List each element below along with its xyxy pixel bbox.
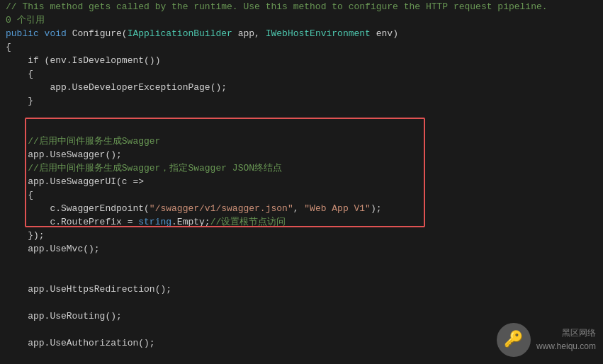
code-line: { — [0, 67, 603, 81]
code-line: //启用中间件服务生成Swagger — [0, 135, 603, 148]
code-token: }); — [6, 230, 45, 241]
code-token: app.UseSwaggerUI(c => — [6, 176, 144, 187]
line-content: 0 个引用 — [6, 13, 603, 27]
code-line: { — [0, 40, 603, 54]
code-token: public — [6, 28, 45, 39]
code-token: if (env.IsDevelopment()) — [6, 55, 160, 66]
code-token: the — [404, 1, 420, 12]
code-token: HTTP request pipeline. — [420, 1, 547, 12]
code-line: app.UseSwagger(); — [0, 148, 603, 161]
code-token: app.UseSwagger(); — [6, 149, 122, 160]
code-line: c.RoutePrefix = string.Empty;//设置根节点访问 — [0, 215, 603, 229]
code-line — [0, 121, 603, 135]
code-line — [0, 256, 603, 269]
code-line: if (env.IsDevelopment()) — [0, 54, 603, 67]
code-token: //启用中间件服务生成Swagger — [6, 136, 160, 147]
code-editor: // This method gets called by the runtim… — [0, 0, 603, 364]
line-content: if (env.IsDevelopment()) — [6, 54, 603, 67]
line-content: app.UseSwaggerUI(c => — [6, 175, 603, 188]
code-token: "Web App V1" — [304, 203, 371, 214]
code-token: //设置根节点访问 — [210, 217, 286, 227]
watermark-site: www.heiqu.com — [536, 340, 596, 353]
code-token: app.UseRouting(); — [6, 311, 122, 322]
code-line: { — [0, 188, 603, 202]
line-content: // This method gets called by the runtim… — [6, 0, 603, 13]
code-line: app.UseHttpsRedirection(); — [0, 283, 603, 296]
line-content: //启用中间件服务生成Swagger，指定Swagger JSON终结点 — [6, 161, 603, 175]
line-content: app.UseDeveloperExceptionPage(); — [6, 81, 603, 94]
code-token: app.UseAuthorization(); — [6, 338, 155, 348]
line-content: app.UseRouting(); — [6, 309, 603, 323]
code-token: //启用中间件服务生成Swagger，指定Swagger JSON终结点 — [6, 163, 282, 174]
code-token: c.SwaggerEndpoint( — [6, 203, 150, 214]
code-token: IWebHostEnvironment — [266, 28, 371, 39]
code-token: "/swagger/v1/swagger.json" — [150, 203, 293, 214]
line-content: public void Configure(IApplicationBuilde… — [6, 27, 603, 40]
code-token: c.RoutePrefix = — [6, 217, 138, 227]
code-line: app.UseRouting(); — [0, 309, 603, 323]
line-content: { — [6, 67, 603, 81]
code-token: ); — [371, 203, 382, 214]
line-content: }); — [6, 229, 603, 242]
code-token: string — [138, 217, 171, 227]
code-line: // This method gets called by the runtim… — [0, 0, 603, 13]
line-content: c.SwaggerEndpoint("/swagger/v1/swagger.j… — [6, 202, 603, 215]
code-token: app.UseMvc(); — [6, 244, 100, 254]
code-token: IApplicationBuilder — [128, 28, 232, 39]
code-line: 0 个引用 — [0, 13, 603, 27]
code-line: //启用中间件服务生成Swagger，指定Swagger JSON终结点 — [0, 161, 603, 175]
code-line: app.UseMvc(); — [0, 242, 603, 256]
line-content: app.UseMvc(); — [6, 242, 603, 256]
code-token: .Empty; — [171, 217, 210, 227]
line-content: app.UseHttpsRedirection(); — [6, 283, 603, 296]
line-content: { — [6, 40, 603, 54]
code-token: } — [6, 96, 33, 106]
code-token: // This method gets called by the runtim… — [6, 1, 404, 12]
code-line: app.UseSwaggerUI(c => — [0, 175, 603, 188]
code-line — [0, 296, 603, 309]
watermark: 🔑 黑区网络 www.heiqu.com — [497, 323, 596, 357]
code-token: env) — [371, 28, 398, 39]
code-token: { — [6, 190, 33, 200]
code-token: 0 个引用 — [6, 15, 45, 25]
code-line: c.SwaggerEndpoint("/swagger/v1/swagger.j… — [0, 202, 603, 215]
code-line — [0, 108, 603, 121]
watermark-label: 黑区网络 — [536, 326, 596, 340]
line-content: } — [6, 94, 603, 108]
code-token: { — [6, 69, 33, 79]
code-token: void — [45, 28, 72, 39]
code-line: app.UseDeveloperExceptionPage(); — [0, 81, 603, 94]
code-token: { — [6, 42, 11, 52]
code-token: app, — [232, 28, 266, 39]
code-token: app.UseDeveloperExceptionPage(); — [6, 82, 227, 93]
watermark-icon: 🔑 — [497, 323, 531, 357]
line-content: c.RoutePrefix = string.Empty;//设置根节点访问 — [6, 215, 603, 229]
line-content: { — [6, 188, 603, 202]
code-line: public void Configure(IApplicationBuilde… — [0, 27, 603, 40]
watermark-text: 黑区网络 www.heiqu.com — [536, 326, 596, 353]
code-line: } — [0, 94, 603, 108]
code-token: Configure( — [72, 28, 128, 39]
code-token: , — [293, 203, 305, 214]
code-token: app.UseHttpsRedirection(); — [6, 284, 171, 295]
code-line — [0, 269, 603, 283]
code-line: }); — [0, 229, 603, 242]
line-content: //启用中间件服务生成Swagger — [6, 135, 603, 148]
line-content: app.UseSwagger(); — [6, 148, 603, 161]
